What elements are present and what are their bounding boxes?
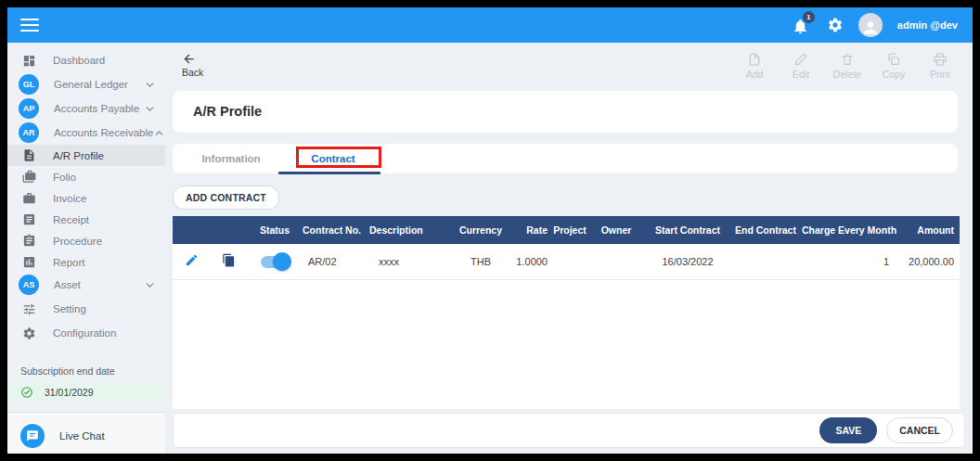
header-description: Description bbox=[369, 216, 451, 244]
cell-owner bbox=[587, 244, 646, 279]
chevron-down-icon bbox=[144, 79, 156, 91]
hamburger-menu-icon[interactable] bbox=[20, 15, 39, 35]
header-contract-no: Contract No. bbox=[303, 216, 369, 244]
header-end-contract: End Contract bbox=[729, 216, 802, 244]
header-currency: Currency bbox=[451, 216, 510, 244]
sidebar-item-configuration[interactable]: Configuration bbox=[7, 321, 165, 345]
bar-chart-icon bbox=[19, 255, 38, 269]
copy-button[interactable]: Copy bbox=[874, 52, 913, 80]
tab-information[interactable]: Information bbox=[180, 153, 282, 164]
cell-contract-no: AR/02 bbox=[303, 244, 369, 279]
receipt-icon bbox=[19, 212, 38, 226]
action-toolbar: Add Edit Delete Copy bbox=[735, 52, 960, 80]
gear-icon bbox=[19, 327, 38, 340]
title-card: A/R Profile bbox=[173, 91, 958, 133]
cancel-button[interactable]: CANCEL bbox=[886, 417, 953, 443]
dashboard-icon bbox=[19, 54, 38, 68]
document-icon bbox=[19, 148, 38, 162]
topbar: 1 admin @dev bbox=[7, 7, 973, 43]
settings-button[interactable] bbox=[827, 17, 844, 33]
notification-badge: 1 bbox=[803, 11, 815, 23]
row-copy-icon[interactable] bbox=[222, 253, 236, 267]
subscription-date-badge: 31/01/2029 bbox=[7, 382, 165, 403]
folio-icon bbox=[19, 170, 38, 184]
gl-avatar: GL bbox=[19, 74, 39, 95]
sidebar: Dashboard GL General Ledger AP Accounts … bbox=[7, 43, 165, 454]
user-avatar[interactable] bbox=[858, 13, 883, 37]
sidebar-item-procedure[interactable]: Procedure bbox=[7, 230, 165, 251]
header-start-contract: Start Contract bbox=[646, 216, 729, 244]
table-header-row: Status Contract No. Description Currency… bbox=[173, 216, 960, 244]
check-circle-icon bbox=[20, 386, 33, 399]
ap-avatar: AP bbox=[19, 98, 39, 119]
table-row: AR/02 xxxx THB 1.0000 16/03/2022 1 20,00… bbox=[173, 244, 960, 279]
clipboard-icon bbox=[19, 234, 38, 248]
sidebar-item-setting[interactable]: Setting bbox=[7, 297, 165, 321]
app-window: 1 admin @dev Dashboard GL General Ledger bbox=[7, 7, 973, 454]
header-rate: Rate bbox=[510, 216, 553, 244]
sidebar-item-report[interactable]: Report bbox=[7, 251, 165, 273]
delete-button[interactable]: Delete bbox=[828, 52, 867, 80]
subscription-end-date-label: Subscription end date bbox=[7, 365, 165, 377]
sidebar-item-receipt[interactable]: Receipt bbox=[7, 209, 165, 230]
sidebar-item-asset[interactable]: AS Asset bbox=[7, 273, 165, 297]
header-status: Status bbox=[247, 216, 303, 244]
header-owner: Owner bbox=[587, 216, 646, 244]
chevron-up-icon bbox=[153, 127, 165, 139]
briefcase-icon bbox=[19, 191, 38, 205]
trash-icon bbox=[840, 52, 855, 67]
cell-charge-every-month: 1 bbox=[802, 244, 895, 279]
cell-description: xxxx bbox=[369, 244, 451, 279]
copy-icon bbox=[886, 52, 901, 67]
header-edit-col bbox=[173, 216, 210, 244]
sidebar-item-general-ledger[interactable]: GL General Ledger bbox=[7, 72, 165, 96]
sliders-icon bbox=[19, 302, 38, 316]
edit-button[interactable]: Edit bbox=[781, 52, 820, 80]
header-project: Project bbox=[553, 216, 587, 244]
chat-icon bbox=[20, 424, 45, 448]
row-edit-icon[interactable] bbox=[185, 253, 199, 267]
ar-avatar: AR bbox=[19, 122, 39, 143]
person-icon bbox=[861, 19, 880, 37]
arrow-left-icon bbox=[182, 52, 196, 66]
contracts-table: Status Contract No. Description Currency… bbox=[173, 216, 960, 409]
live-chat-button[interactable]: Live Chat bbox=[20, 424, 105, 448]
cell-start-contract: 16/03/2022 bbox=[646, 244, 729, 279]
tab-contract[interactable]: Contract bbox=[282, 153, 384, 164]
notifications-button[interactable]: 1 bbox=[792, 15, 812, 35]
sidebar-item-folio[interactable]: Folio bbox=[7, 166, 165, 187]
add-button[interactable]: Add bbox=[735, 52, 774, 80]
header-copy-col bbox=[210, 216, 247, 244]
screenshot-frame: 1 admin @dev Dashboard GL General Ledger bbox=[0, 0, 980, 461]
back-button[interactable]: Back bbox=[182, 52, 203, 78]
chevron-down-icon bbox=[144, 279, 156, 291]
page-title: A/R Profile bbox=[193, 104, 937, 119]
footer-bar: SAVE CANCEL bbox=[173, 413, 965, 448]
file-icon bbox=[747, 52, 762, 67]
main-content: Back Add Edit Delete bbox=[165, 43, 973, 454]
cell-currency: THB bbox=[451, 244, 510, 279]
print-button[interactable]: Print bbox=[921, 52, 960, 80]
gear-icon bbox=[827, 17, 844, 33]
tabs-bar: Information Contract bbox=[173, 144, 958, 173]
header-amount: Amount bbox=[895, 216, 960, 244]
cell-amount: 20,000.00 bbox=[895, 244, 960, 279]
status-toggle[interactable] bbox=[261, 256, 289, 268]
live-chat-label: Live Chat bbox=[59, 430, 105, 442]
active-tab-underline bbox=[278, 172, 380, 174]
add-contract-button[interactable]: ADD CONTRACT bbox=[173, 186, 279, 210]
sidebar-item-accounts-payable[interactable]: AP Accounts Payable bbox=[7, 96, 165, 121]
cell-rate: 1.0000 bbox=[510, 244, 553, 279]
printer-icon bbox=[933, 52, 948, 67]
cell-project bbox=[553, 244, 587, 279]
user-name: admin @dev bbox=[897, 19, 958, 31]
as-avatar: AS bbox=[19, 275, 39, 295]
sidebar-item-invoice[interactable]: Invoice bbox=[7, 187, 165, 209]
cell-end-contract bbox=[729, 244, 802, 279]
header-charge-every-month: Charge Every Month bbox=[802, 216, 895, 244]
sidebar-item-dashboard[interactable]: Dashboard bbox=[7, 48, 165, 72]
save-button[interactable]: SAVE bbox=[819, 417, 877, 443]
sidebar-item-accounts-receivable[interactable]: AR Accounts Receivable bbox=[7, 121, 165, 145]
sidebar-item-ar-profile[interactable]: A/R Profile bbox=[7, 145, 165, 166]
chevron-down-icon bbox=[144, 103, 156, 115]
